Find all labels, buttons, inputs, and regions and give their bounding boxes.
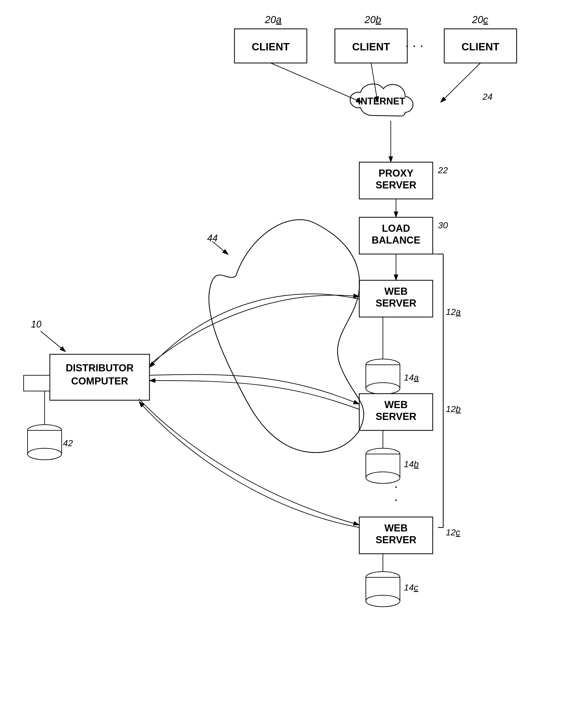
ref-10: 10 — [31, 319, 41, 330]
ref-12c: 12c — [446, 527, 460, 537]
ref-12b: 12b — [446, 404, 461, 414]
ref-14c: 14c — [404, 582, 418, 592]
ref-22: 22 — [438, 165, 448, 175]
dots-ws2: · — [394, 492, 398, 507]
ref-20c-label: 20c — [472, 14, 488, 25]
svg-text:INTERNET: INTERNET — [358, 96, 405, 107]
blob-44 — [209, 220, 364, 452]
ref-42: 42 — [63, 438, 73, 448]
client-c-label: CLIENT — [461, 41, 499, 52]
client-b-label: CLIENT — [352, 41, 390, 52]
proxy-server-label2: SERVER — [375, 180, 416, 191]
dots-clients: · · · — [405, 38, 423, 53]
ref-14b: 14b — [404, 459, 419, 469]
line-ref44-arrow — [213, 241, 228, 255]
db-14c-bottom — [366, 595, 400, 607]
ref-20b-label: 20b — [364, 14, 381, 25]
line-client-a-internet — [271, 63, 362, 102]
web-server-b-label2: SERVER — [375, 411, 416, 422]
distributor-label1: DISTRIBUTOR — [66, 362, 134, 373]
load-balance-label1: LOAD — [382, 223, 410, 234]
distributor-label2: COMPUTER — [71, 376, 128, 387]
ref-44: 44 — [207, 233, 218, 244]
small-box-42 — [24, 375, 50, 391]
load-balance-label2: BALANCE — [371, 235, 420, 246]
ref-30: 30 — [438, 220, 448, 230]
line-dist-wsb — [150, 374, 359, 404]
db-14a-bottom — [366, 383, 400, 394]
web-server-c-label1: WEB — [384, 523, 408, 534]
ref-12a: 12a — [446, 307, 461, 317]
web-server-a-label2: SERVER — [375, 298, 416, 309]
web-server-b-label1: WEB — [384, 399, 408, 410]
line-dist-wsc — [139, 399, 359, 525]
proxy-server-label1: PROXY — [378, 168, 413, 179]
line-client-c-internet — [441, 63, 480, 102]
diagram: 20a 20b 20c CLIENT CLIENT · · · CLIENT I… — [0, 0, 562, 728]
ref-24: 24 — [482, 92, 492, 102]
db-42-bottom — [28, 448, 62, 460]
ref-20a-label: 20a — [265, 14, 281, 25]
line-ref10-arrow — [41, 331, 66, 352]
web-server-a-label1: WEB — [384, 286, 408, 297]
web-server-c-label2: SERVER — [375, 534, 416, 545]
ref-14a: 14a — [404, 372, 419, 382]
client-a-label: CLIENT — [252, 41, 289, 52]
internet-cloud: INTERNET — [350, 84, 413, 116]
dots-ws: · — [394, 479, 398, 494]
line-wsb-dist — [150, 381, 359, 409]
line-wsa-dist — [150, 294, 359, 367]
line-wsc-dist — [139, 402, 359, 527]
line-dist-wsa — [150, 295, 359, 365]
